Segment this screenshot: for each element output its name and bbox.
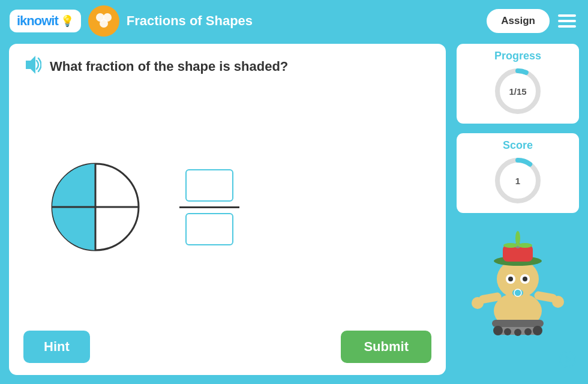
svg-point-21 bbox=[514, 329, 521, 336]
fraction-input-area bbox=[179, 169, 239, 245]
logo-text: iknowit bbox=[17, 13, 58, 29]
progress-card: Progress 1/15 bbox=[455, 42, 581, 125]
progress-circle: 1/15 bbox=[494, 67, 542, 115]
svg-point-23 bbox=[533, 326, 542, 335]
menu-button[interactable] bbox=[556, 12, 578, 30]
audio-button[interactable] bbox=[23, 56, 41, 77]
content-area: What fraction of the shape is shaded? bbox=[7, 42, 448, 377]
question-header: What fraction of the shape is shaded? bbox=[23, 56, 431, 77]
svg-point-15 bbox=[472, 297, 484, 309]
fraction-circle bbox=[47, 159, 143, 255]
robot-mascot bbox=[464, 221, 572, 341]
bottom-bar: Hint Submit bbox=[23, 325, 431, 363]
menu-bar-2 bbox=[558, 20, 576, 22]
svg-point-34 bbox=[523, 277, 527, 281]
svg-point-30 bbox=[503, 243, 518, 248]
next-arrow-icon[interactable] bbox=[559, 351, 576, 372]
progress-value: 1/15 bbox=[509, 86, 526, 97]
progress-title: Progress bbox=[494, 50, 541, 62]
svg-rect-18 bbox=[492, 320, 544, 327]
header-actions: Assign bbox=[487, 9, 578, 33]
svg-point-22 bbox=[524, 328, 532, 335]
assign-button[interactable]: Assign bbox=[487, 9, 550, 33]
score-title: Score bbox=[503, 139, 533, 152]
svg-point-16 bbox=[552, 296, 564, 308]
sidebar: Progress 1/15 Score 1 bbox=[455, 42, 581, 377]
submit-button[interactable]: Submit bbox=[341, 331, 431, 363]
score-card: Score 1 bbox=[455, 131, 581, 215]
fraction-line bbox=[179, 206, 239, 208]
topic-title: Fractions of Shapes bbox=[127, 13, 480, 29]
svg-marker-3 bbox=[26, 56, 35, 74]
svg-point-20 bbox=[504, 328, 511, 335]
svg-point-36 bbox=[514, 289, 521, 296]
score-value: 1 bbox=[515, 176, 520, 186]
menu-bar-3 bbox=[558, 25, 576, 28]
svg-point-2 bbox=[100, 19, 108, 28]
denominator-input[interactable] bbox=[185, 213, 233, 245]
question-text: What fraction of the shape is shaded? bbox=[50, 59, 288, 74]
topic-icon bbox=[88, 5, 119, 37]
hint-button[interactable]: Hint bbox=[23, 331, 90, 363]
numerator-input[interactable] bbox=[185, 169, 233, 202]
svg-point-19 bbox=[493, 326, 503, 335]
main-container: What fraction of the shape is shaded? bbox=[7, 42, 581, 377]
question-body bbox=[23, 89, 431, 325]
score-circle: 1 bbox=[494, 157, 542, 205]
app-header: iknowit 💡 Fractions of Shapes Assign bbox=[0, 0, 588, 42]
logo: iknowit 💡 bbox=[10, 10, 81, 32]
logo-bulb-icon: 💡 bbox=[61, 14, 74, 28]
svg-point-28 bbox=[515, 231, 520, 245]
svg-point-37 bbox=[560, 352, 575, 367]
svg-point-33 bbox=[508, 277, 513, 281]
svg-point-29 bbox=[518, 243, 532, 248]
menu-bar-1 bbox=[558, 14, 576, 17]
